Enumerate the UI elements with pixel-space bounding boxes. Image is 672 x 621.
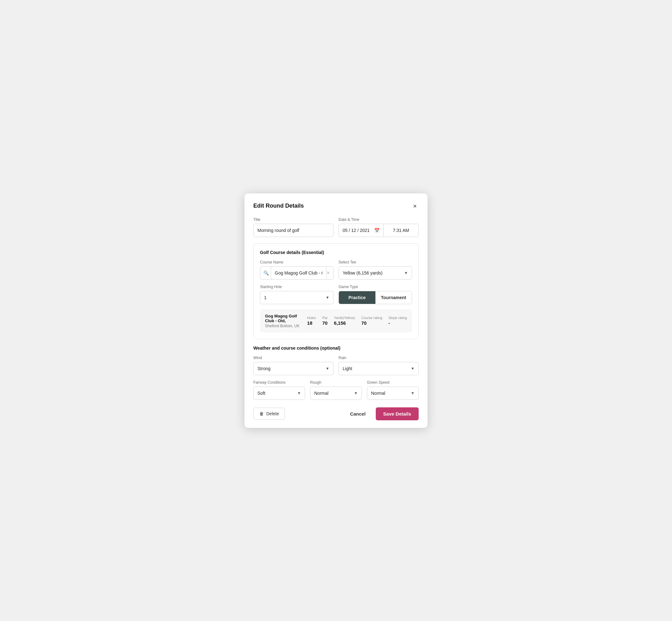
close-button[interactable]: × bbox=[411, 202, 419, 210]
wind-value: Strong bbox=[257, 366, 326, 371]
modal-title: Edit Round Details bbox=[253, 203, 304, 209]
starting-hole-label: Starting Hole bbox=[260, 285, 333, 289]
starting-hole-dropdown[interactable]: 1 ▼ bbox=[260, 291, 333, 304]
footer-right: Cancel Save Details bbox=[345, 407, 419, 420]
fairway-rough-green-row: Fairway Conditions Soft ▼ Rough Normal ▼… bbox=[253, 380, 419, 400]
rough-dropdown[interactable]: Normal ▼ bbox=[310, 386, 362, 400]
modal-header: Edit Round Details × bbox=[253, 202, 419, 210]
fairway-dropdown[interactable]: Soft ▼ bbox=[253, 386, 305, 400]
par-stat: Par 70 bbox=[322, 316, 328, 326]
yards-stat: Yards(Yellow) 6,156 bbox=[334, 316, 355, 326]
time-part[interactable]: 7:31 AM bbox=[384, 224, 418, 237]
practice-button[interactable]: Practice bbox=[339, 291, 375, 304]
course-rating-stat: Course rating 70 bbox=[361, 316, 382, 326]
delete-label: Delete bbox=[266, 411, 279, 416]
starting-hole-value: 1 bbox=[264, 295, 326, 300]
chevron-down-icon: ▼ bbox=[326, 366, 329, 371]
course-info-location: Shelford Bottom, UK bbox=[265, 324, 302, 328]
chevron-down-icon: ▼ bbox=[404, 271, 408, 275]
search-icon: 🔍 bbox=[263, 271, 269, 276]
chevron-down-icon: ▼ bbox=[326, 295, 329, 300]
course-info-name: Gog Magog Golf Club - Old, Shelford Bott… bbox=[265, 314, 302, 328]
green-speed-dropdown[interactable]: Normal ▼ bbox=[367, 386, 419, 400]
title-input[interactable] bbox=[253, 224, 333, 237]
datetime-label: Date & Time bbox=[339, 217, 419, 222]
wind-label: Wind bbox=[253, 356, 333, 360]
fairway-label: Fairway Conditions bbox=[253, 380, 305, 385]
date-part[interactable]: 05 / 12 / 2021 📅 bbox=[339, 224, 384, 237]
par-label: Par bbox=[322, 316, 328, 320]
rough-value: Normal bbox=[314, 391, 354, 396]
rain-field: Rain Light ▼ bbox=[339, 356, 419, 375]
holes-stat: Holes 18 bbox=[307, 316, 316, 326]
slope-rating-label: Slope rating bbox=[388, 316, 407, 320]
course-rating-value: 70 bbox=[361, 320, 367, 326]
course-info-name-text: Gog Magog Golf Club - Old, bbox=[265, 314, 302, 323]
weather-section-title: Weather and course conditions (optional) bbox=[253, 345, 419, 350]
save-button[interactable]: Save Details bbox=[376, 407, 419, 420]
rain-label: Rain bbox=[339, 356, 419, 360]
wind-dropdown[interactable]: Strong ▼ bbox=[253, 362, 333, 375]
date-value: 05 / 12 / 2021 bbox=[343, 228, 370, 233]
chevron-down-icon: ▼ bbox=[297, 391, 301, 396]
course-info-box: Gog Magog Golf Club - Old, Shelford Bott… bbox=[260, 309, 412, 333]
course-tee-row: Course Name 🔍 ✕ Select Tee Yellow (6,156… bbox=[260, 260, 412, 280]
course-name-search[interactable]: 🔍 ✕ bbox=[260, 266, 333, 280]
edit-round-modal: Edit Round Details × Title Date & Time 0… bbox=[245, 194, 427, 428]
select-tee-dropdown[interactable]: Yellow (6,156 yards) ▼ bbox=[339, 266, 412, 280]
clear-course-icon[interactable]: ✕ bbox=[327, 271, 330, 275]
slope-rating-value: - bbox=[388, 320, 390, 326]
game-type-field: Game Type Practice Tournament bbox=[339, 285, 412, 304]
delete-button[interactable]: 🗑 Delete bbox=[253, 408, 285, 420]
course-stats: Holes 18 Par 70 Yards(Yellow) 6,156 Cour… bbox=[307, 316, 407, 326]
time-value: 7:31 AM bbox=[393, 228, 409, 233]
yards-label: Yards(Yellow) bbox=[334, 316, 355, 320]
course-name-field: Course Name 🔍 ✕ bbox=[260, 260, 333, 280]
chevron-down-icon: ▼ bbox=[411, 391, 415, 396]
modal-footer: 🗑 Delete Cancel Save Details bbox=[253, 407, 419, 420]
course-rating-label: Course rating bbox=[361, 316, 382, 320]
title-label: Title bbox=[253, 217, 333, 222]
golf-course-section: Golf Course details (Essential) Course N… bbox=[253, 243, 419, 339]
rain-dropdown[interactable]: Light ▼ bbox=[339, 362, 419, 375]
fairway-value: Soft bbox=[257, 391, 297, 396]
select-tee-value: Yellow (6,156 yards) bbox=[343, 271, 404, 276]
golf-section-title: Golf Course details (Essential) bbox=[260, 250, 412, 255]
game-type-toggle[interactable]: Practice Tournament bbox=[339, 291, 412, 304]
wind-rain-row: Wind Strong ▼ Rain Light ▼ bbox=[253, 356, 419, 375]
rough-label: Rough bbox=[310, 380, 362, 385]
rough-field: Rough Normal ▼ bbox=[310, 380, 362, 400]
green-speed-value: Normal bbox=[371, 391, 411, 396]
datetime-field: Date & Time 05 / 12 / 2021 📅 7:31 AM bbox=[339, 217, 419, 237]
calendar-icon: 📅 bbox=[374, 228, 380, 233]
chevron-down-icon: ▼ bbox=[354, 391, 358, 396]
cancel-button[interactable]: Cancel bbox=[345, 408, 370, 420]
fairway-field: Fairway Conditions Soft ▼ bbox=[253, 380, 305, 400]
title-field: Title bbox=[253, 217, 333, 237]
select-tee-label: Select Tee bbox=[339, 260, 412, 264]
hole-gametype-row: Starting Hole 1 ▼ Game Type Practice Tou… bbox=[260, 285, 412, 304]
green-speed-field: Green Speed Normal ▼ bbox=[367, 380, 419, 400]
holes-value: 18 bbox=[307, 320, 312, 326]
holes-label: Holes bbox=[307, 316, 316, 320]
wind-field: Wind Strong ▼ bbox=[253, 356, 333, 375]
chevron-down-icon: ▼ bbox=[411, 366, 415, 371]
par-value: 70 bbox=[322, 320, 328, 326]
yards-value: 6,156 bbox=[334, 320, 346, 326]
course-name-label: Course Name bbox=[260, 260, 333, 264]
select-tee-field: Select Tee Yellow (6,156 yards) ▼ bbox=[339, 260, 412, 280]
datetime-inputs[interactable]: 05 / 12 / 2021 📅 7:31 AM bbox=[339, 224, 419, 237]
course-name-input[interactable] bbox=[271, 266, 327, 280]
trash-icon: 🗑 bbox=[259, 411, 264, 416]
green-speed-label: Green Speed bbox=[367, 380, 419, 385]
slope-rating-stat: Slope rating - bbox=[388, 316, 407, 326]
tournament-button[interactable]: Tournament bbox=[375, 291, 412, 304]
top-row: Title Date & Time 05 / 12 / 2021 📅 7:31 … bbox=[253, 217, 419, 237]
starting-hole-field: Starting Hole 1 ▼ bbox=[260, 285, 333, 304]
weather-section: Weather and course conditions (optional)… bbox=[253, 345, 419, 400]
game-type-label: Game Type bbox=[339, 285, 412, 289]
rain-value: Light bbox=[343, 366, 411, 371]
